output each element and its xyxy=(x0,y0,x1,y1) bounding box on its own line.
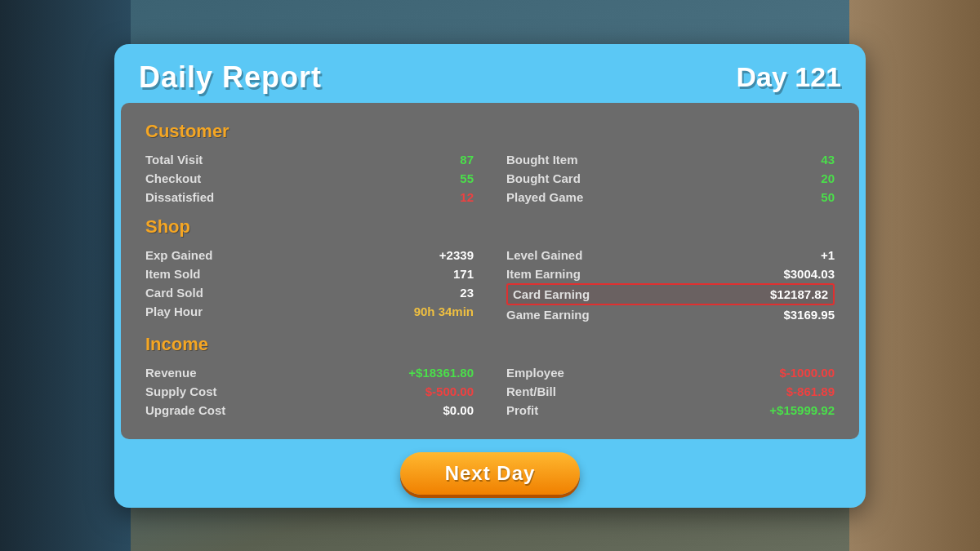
stat-row: Upgrade Cost $0.00 xyxy=(145,401,474,420)
stat-row: Dissatisfied 12 xyxy=(145,188,474,207)
income-section-title: Income xyxy=(145,334,835,355)
customer-stats: Total Visit 87 Checkout 55 Dissatisfied … xyxy=(145,150,835,207)
stat-row: Profit +$15999.92 xyxy=(506,401,835,420)
daily-report-modal: Daily Report Day 121 Customer Total Visi… xyxy=(114,44,866,508)
stat-row: Exp Gained +2339 xyxy=(145,246,474,264)
modal-day: Day 121 xyxy=(736,61,841,93)
shop-section-title: Shop xyxy=(145,216,835,238)
shop-right-col: Level Gained +1 Item Earning $3004.03 Ca… xyxy=(506,246,835,324)
stat-row: Revenue +$18361.80 xyxy=(145,363,474,382)
modal-footer: Next Day xyxy=(119,439,861,503)
modal-header: Daily Report Day 121 xyxy=(119,49,861,103)
customer-right-col: Bought Item 43 Bought Card 20 Played Gam… xyxy=(506,150,835,207)
card-earning-row: Card Earning $12187.82 xyxy=(506,283,835,305)
stat-row: Total Visit 87 xyxy=(145,150,474,169)
stat-row: Rent/Bill $-861.89 xyxy=(506,382,835,401)
stat-row: Supply Cost $-500.00 xyxy=(145,382,474,401)
stat-row: Item Sold 171 xyxy=(145,264,474,283)
stat-row: Bought Card 20 xyxy=(506,169,835,188)
stat-row: Item Earning $3004.03 xyxy=(506,264,835,283)
modal-title: Daily Report xyxy=(139,60,322,95)
income-left-col: Revenue +$18361.80 Supply Cost $-500.00 … xyxy=(145,363,474,420)
stat-row: Played Game 50 xyxy=(506,188,835,207)
stat-row: Bought Item 43 xyxy=(506,150,835,169)
stat-row: Card Sold 23 xyxy=(145,283,474,302)
stat-row: Game Earning $3169.95 xyxy=(506,305,835,324)
income-stats: Revenue +$18361.80 Supply Cost $-500.00 … xyxy=(145,363,835,420)
stat-row: Employee $-1000.00 xyxy=(506,363,835,382)
customer-section-title: Customer xyxy=(145,121,835,142)
customer-left-col: Total Visit 87 Checkout 55 Dissatisfied … xyxy=(145,150,474,207)
stat-row: Play Hour 90h 34min xyxy=(145,302,474,321)
shop-stats: Exp Gained +2339 Item Sold 171 Card Sold… xyxy=(145,246,835,324)
next-day-button[interactable]: Next Day xyxy=(400,452,581,495)
stat-row: Level Gained +1 xyxy=(506,246,835,264)
income-right-col: Employee $-1000.00 Rent/Bill $-861.89 Pr… xyxy=(506,363,835,420)
modal-body: Customer Total Visit 87 Checkout 55 Diss… xyxy=(121,103,859,439)
stat-row: Checkout 55 xyxy=(145,169,474,188)
shop-left-col: Exp Gained +2339 Item Sold 171 Card Sold… xyxy=(145,246,474,324)
